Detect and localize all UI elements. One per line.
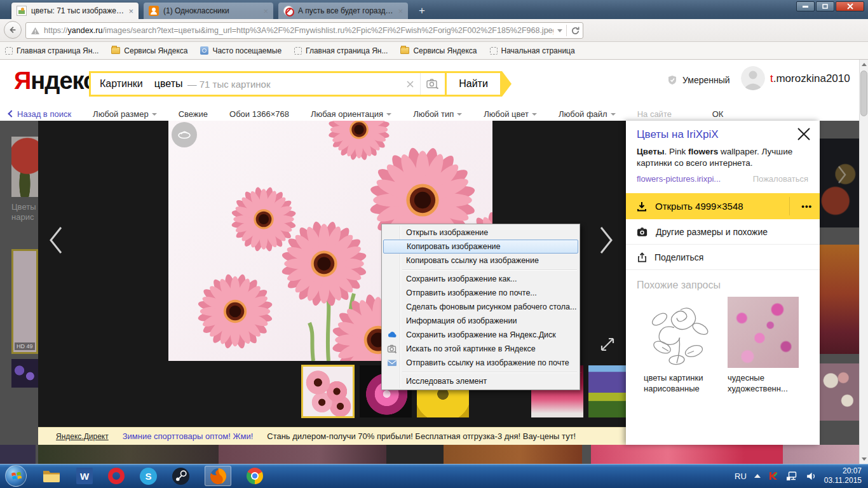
tab-close-icon[interactable]: × [128,6,133,16]
explorer-taskbar-icon[interactable] [42,468,61,484]
reload-icon[interactable] [571,26,580,36]
menu-item-inspect-element[interactable]: Исследовать элемент [383,374,578,388]
thumbnail-flower-field[interactable] [588,365,626,417]
tab-close-icon[interactable]: × [398,6,403,16]
related-query-caption[interactable]: цветы картинки нарисованные [644,372,723,394]
result-tile[interactable] [0,445,36,464]
skype-taskbar-icon[interactable]: S [140,468,157,485]
filter-color[interactable]: Любой цвет [484,109,537,119]
clock[interactable]: 20:07 03.11.2015 [824,466,862,485]
menu-item-search-by-image[interactable]: Искать по этой картинке в Яндексе [383,342,578,356]
result-tile[interactable] [386,445,444,464]
bookmark-item[interactable]: Начальная страница [490,46,575,55]
result-tile[interactable] [783,445,859,464]
menu-item-copy-image[interactable]: Копировать изображение [383,240,578,254]
back-button[interactable] [4,21,22,39]
share-button[interactable]: Поделиться [626,245,820,270]
safe-search-toggle[interactable]: Умеренный [667,75,730,85]
clear-search-icon[interactable] [400,80,420,88]
related-thumbnail-blossoms[interactable] [728,297,799,368]
fullscreen-icon[interactable] [599,336,616,353]
page-scrollbar[interactable] [859,60,868,464]
show-hidden-icons-arrow[interactable] [754,474,761,478]
bookmark-folder[interactable]: Сервисы Яндекса [400,46,477,55]
next-image-arrow[interactable] [599,225,615,255]
result-thumbnail-tulip[interactable] [820,245,859,354]
avatar[interactable] [741,66,765,90]
bookmark-frequent[interactable]: Часто посещаемые [200,46,281,55]
menu-item-save-image-as[interactable]: Сохранить изображение как... [383,272,578,286]
result-tile[interactable] [591,445,783,464]
source-site-link[interactable]: flowers-pictures.irixpi... [637,174,721,184]
menu-item-email-image[interactable]: Отправить изображение по почте... [383,286,578,300]
steam-taskbar-icon[interactable] [172,468,189,485]
start-button[interactable] [5,465,27,487]
scroll-up-arrow[interactable] [860,60,868,69]
scroll-down-arrow[interactable] [860,454,868,464]
collections-badge-icon[interactable] [172,122,197,147]
result-thumbnail-daisy[interactable] [820,363,859,421]
scrollbar-thumb[interactable] [860,71,867,116]
bookmark-item[interactable]: Главная страница Ян... [294,46,388,55]
search-button[interactable]: Найти [447,73,500,95]
bookmark-folder[interactable]: Сервисы Яндекса [111,46,187,55]
thumbnail-pink-gerberas-selected[interactable] [301,365,355,418]
result-thumbnail-lupine[interactable] [11,359,38,388]
bookmark-item[interactable]: Главная страница Ян... [5,46,98,55]
minimize-button[interactable] [796,1,815,11]
username[interactable]: t.morozkina2010 [770,72,850,85]
filter-wallpaper[interactable]: Обои 868×488 [229,109,289,119]
opera-taskbar-icon[interactable] [108,468,125,484]
search-input[interactable]: Картинки цветы — 71 тыс картинок [91,73,445,95]
close-icon[interactable] [796,126,812,142]
more-options-icon[interactable]: ••• [801,201,812,211]
site-filter-input[interactable]: На сайте [637,109,707,119]
result-thumbnail-selected[interactable]: HD 49 [11,249,38,354]
menu-item-email-image-link[interactable]: Отправить ссылку на изображение по почте [383,356,578,370]
yandex-logo[interactable]: Яндекс [14,67,96,95]
other-sizes-button[interactable]: Другие размеры и похожие [626,219,820,245]
previous-image-arrow[interactable] [47,225,64,255]
yandex-direct-link[interactable]: Яндекс.Директ [56,432,109,441]
tab-yandex-images[interactable]: цветы: 71 тыс изображен... × [11,3,139,19]
network-tray-icon[interactable] [786,471,798,481]
back-to-search-link[interactable]: Назад в поиск [9,109,71,119]
word-taskbar-icon[interactable]: W [76,468,93,484]
tab-close-icon[interactable]: × [263,6,268,16]
url-dropdown-icon[interactable] [557,29,562,32]
report-link[interactable]: Пожаловаться [753,174,808,184]
result-tile[interactable] [38,445,219,464]
new-tab-button[interactable]: + [414,4,430,18]
menu-item-copy-image-link[interactable]: Копировать ссылку на изображение [383,254,578,268]
filter-orientation[interactable]: Любая ориентация [311,109,391,119]
result-thumbnail-rose[interactable] [11,137,38,197]
close-button[interactable] [836,1,864,11]
tab-odnoklassniki[interactable]: (1) Одноклассники × [144,3,273,19]
ad-link[interactable]: Зимние спорттовары оптом! Жми! [123,431,254,441]
language-indicator[interactable]: RU [735,471,747,481]
kaspersky-tray-icon[interactable] [768,471,778,481]
image-source-title[interactable]: Цветы на IriXpiX [637,128,719,141]
chrome-taskbar-icon[interactable] [247,468,263,484]
filter-ok-button[interactable]: ОК [712,109,724,119]
filter-file[interactable]: Любой файл [559,109,616,119]
menu-item-set-as-wallpaper[interactable]: Сделать фоновым рисунком рабочего стола.… [383,300,578,314]
tab-music[interactable]: А пусть все будет гораздо... × [278,3,408,19]
restore-button[interactable] [816,1,834,11]
menu-item-save-to-yandex-disk[interactable]: Сохранить изображение на Яндекс.Диск [383,328,578,342]
filter-fresh[interactable]: Свежие [179,109,208,119]
filter-type[interactable]: Любой тип [413,109,462,119]
menu-item-open-image[interactable]: Открыть изображение [383,226,578,240]
filter-size[interactable]: Любой размер [93,109,157,119]
firefox-taskbar-icon-active[interactable] [205,466,231,486]
menu-item-image-info[interactable]: Информация об изображении [383,314,578,328]
related-query-caption[interactable]: чудесные художественн... [728,372,807,394]
result-tile[interactable] [219,445,386,464]
search-scope-label[interactable]: Картинки [91,78,152,90]
volume-tray-icon[interactable] [806,471,817,481]
related-thumbnail-rose-sketch[interactable] [644,301,715,368]
result-tile[interactable] [444,445,582,464]
open-fullsize-button[interactable]: Открыть 4999×3548 ••• [626,193,820,219]
search-query[interactable]: цветы [154,78,183,90]
url-bar[interactable]: https://yandex.ru/images/search?text=цве… [25,22,583,39]
